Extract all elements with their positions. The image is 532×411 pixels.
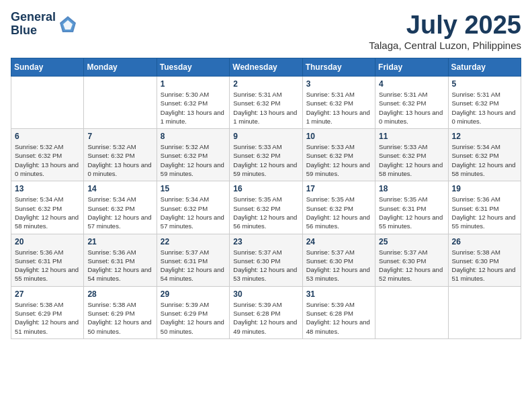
calendar-cell: 31Sunrise: 5:39 AM Sunset: 6:28 PM Dayli… [302,286,375,338]
calendar-cell [375,286,448,338]
day-info: Sunrise: 5:38 AM Sunset: 6:29 PM Dayligh… [15,300,80,336]
calendar-cell: 1Sunrise: 5:30 AM Sunset: 6:32 PM Daylig… [157,77,229,129]
day-number: 31 [306,289,371,299]
day-info: Sunrise: 5:33 AM Sunset: 6:32 PM Dayligh… [306,142,371,178]
day-info: Sunrise: 5:39 AM Sunset: 6:28 PM Dayligh… [233,300,298,336]
calendar-cell: 17Sunrise: 5:35 AM Sunset: 6:32 PM Dayli… [302,181,375,234]
calendar-cell: 27Sunrise: 5:38 AM Sunset: 6:29 PM Dayli… [11,286,84,338]
weekday-header-row: SundayMondayTuesdayWednesdayThursdayFrid… [11,58,521,77]
day-info: Sunrise: 5:37 AM Sunset: 6:30 PM Dayligh… [379,248,444,283]
calendar-cell [448,286,521,338]
calendar-cell: 7Sunrise: 5:32 AM Sunset: 6:32 PM Daylig… [84,129,157,181]
day-number: 6 [15,132,80,141]
calendar-cell: 25Sunrise: 5:37 AM Sunset: 6:30 PM Dayli… [375,234,448,286]
logo-icon [58,15,77,34]
calendar-cell: 29Sunrise: 5:39 AM Sunset: 6:29 PM Dayli… [157,286,229,338]
day-number: 24 [306,237,371,246]
day-number: 15 [161,184,226,193]
calendar-cell: 8Sunrise: 5:32 AM Sunset: 6:32 PM Daylig… [157,129,229,181]
weekday-header-tuesday: Tuesday [157,58,229,77]
calendar-cell: 26Sunrise: 5:38 AM Sunset: 6:30 PM Dayli… [448,234,521,286]
day-info: Sunrise: 5:36 AM Sunset: 6:31 PM Dayligh… [452,195,517,230]
day-info: Sunrise: 5:38 AM Sunset: 6:29 PM Dayligh… [87,300,152,336]
month-title: July 2025 [369,11,521,40]
logo: GeneralBlue [11,11,77,38]
day-number: 30 [233,289,298,299]
day-number: 27 [15,289,80,299]
calendar-cell: 30Sunrise: 5:39 AM Sunset: 6:28 PM Dayli… [230,286,302,338]
day-info: Sunrise: 5:31 AM Sunset: 6:32 PM Dayligh… [233,90,298,126]
calendar-cell: 3Sunrise: 5:31 AM Sunset: 6:32 PM Daylig… [302,77,375,129]
calendar-week-3: 13Sunrise: 5:34 AM Sunset: 6:32 PM Dayli… [11,181,521,234]
calendar-week-5: 27Sunrise: 5:38 AM Sunset: 6:29 PM Dayli… [11,286,521,338]
day-info: Sunrise: 5:33 AM Sunset: 6:32 PM Dayligh… [379,142,444,178]
calendar-cell: 21Sunrise: 5:36 AM Sunset: 6:31 PM Dayli… [84,234,157,286]
day-number: 8 [161,132,226,141]
day-info: Sunrise: 5:32 AM Sunset: 6:32 PM Dayligh… [161,142,226,178]
day-info: Sunrise: 5:37 AM Sunset: 6:30 PM Dayligh… [233,248,298,283]
calendar-cell: 4Sunrise: 5:31 AM Sunset: 6:32 PM Daylig… [375,77,448,129]
calendar-cell: 9Sunrise: 5:33 AM Sunset: 6:32 PM Daylig… [230,129,302,181]
day-info: Sunrise: 5:31 AM Sunset: 6:32 PM Dayligh… [379,90,444,126]
weekday-header-saturday: Saturday [448,58,521,77]
calendar-week-1: 1Sunrise: 5:30 AM Sunset: 6:32 PM Daylig… [11,77,521,129]
day-number: 13 [15,184,80,193]
location-title: Talaga, Central Luzon, Philippines [369,40,521,51]
day-info: Sunrise: 5:36 AM Sunset: 6:31 PM Dayligh… [87,248,152,283]
calendar-cell: 16Sunrise: 5:35 AM Sunset: 6:32 PM Dayli… [230,181,302,234]
weekday-header-wednesday: Wednesday [230,58,302,77]
day-info: Sunrise: 5:34 AM Sunset: 6:32 PM Dayligh… [161,195,226,230]
day-info: Sunrise: 5:38 AM Sunset: 6:30 PM Dayligh… [452,248,517,283]
day-info: Sunrise: 5:35 AM Sunset: 6:32 PM Dayligh… [233,195,298,230]
day-number: 20 [15,237,80,246]
day-number: 12 [452,132,517,141]
day-number: 19 [452,184,517,193]
calendar-cell: 2Sunrise: 5:31 AM Sunset: 6:32 PM Daylig… [230,77,302,129]
calendar-cell: 19Sunrise: 5:36 AM Sunset: 6:31 PM Dayli… [448,181,521,234]
calendar-table: SundayMondayTuesdayWednesdayThursdayFrid… [11,58,521,339]
day-info: Sunrise: 5:36 AM Sunset: 6:31 PM Dayligh… [15,248,80,283]
weekday-header-sunday: Sunday [11,58,84,77]
calendar-cell: 6Sunrise: 5:32 AM Sunset: 6:32 PM Daylig… [11,129,84,181]
calendar-cell: 12Sunrise: 5:34 AM Sunset: 6:32 PM Dayli… [448,129,521,181]
day-number: 14 [87,184,152,193]
day-number: 26 [452,237,517,246]
day-number: 7 [87,132,152,141]
day-number: 2 [233,79,298,89]
day-info: Sunrise: 5:39 AM Sunset: 6:28 PM Dayligh… [306,300,371,336]
day-number: 17 [306,184,371,193]
day-number: 4 [379,79,444,89]
day-info: Sunrise: 5:35 AM Sunset: 6:31 PM Dayligh… [379,195,444,230]
day-number: 23 [233,237,298,246]
day-number: 16 [233,184,298,193]
day-number: 18 [379,184,444,193]
calendar-cell: 20Sunrise: 5:36 AM Sunset: 6:31 PM Dayli… [11,234,84,286]
day-number: 22 [161,237,226,246]
day-info: Sunrise: 5:30 AM Sunset: 6:32 PM Dayligh… [161,90,226,126]
weekday-header-thursday: Thursday [302,58,375,77]
calendar-cell: 10Sunrise: 5:33 AM Sunset: 6:32 PM Dayli… [302,129,375,181]
calendar-cell: 22Sunrise: 5:37 AM Sunset: 6:31 PM Dayli… [157,234,229,286]
day-info: Sunrise: 5:31 AM Sunset: 6:32 PM Dayligh… [306,90,371,126]
day-info: Sunrise: 5:32 AM Sunset: 6:32 PM Dayligh… [15,142,80,178]
day-number: 10 [306,132,371,141]
day-number: 28 [87,289,152,299]
day-number: 3 [306,79,371,89]
day-info: Sunrise: 5:33 AM Sunset: 6:32 PM Dayligh… [233,142,298,178]
weekday-header-monday: Monday [84,58,157,77]
day-info: Sunrise: 5:37 AM Sunset: 6:30 PM Dayligh… [306,248,371,283]
calendar-week-4: 20Sunrise: 5:36 AM Sunset: 6:31 PM Dayli… [11,234,521,286]
calendar-cell: 23Sunrise: 5:37 AM Sunset: 6:30 PM Dayli… [230,234,302,286]
calendar-cell: 11Sunrise: 5:33 AM Sunset: 6:32 PM Dayli… [375,129,448,181]
logo-text: GeneralBlue [11,11,56,38]
calendar-week-2: 6Sunrise: 5:32 AM Sunset: 6:32 PM Daylig… [11,129,521,181]
day-number: 9 [233,132,298,141]
day-info: Sunrise: 5:39 AM Sunset: 6:29 PM Dayligh… [161,300,226,336]
day-number: 29 [161,289,226,299]
calendar-cell: 15Sunrise: 5:34 AM Sunset: 6:32 PM Dayli… [157,181,229,234]
title-block: July 2025 Talaga, Central Luzon, Philipp… [369,11,521,51]
day-info: Sunrise: 5:31 AM Sunset: 6:32 PM Dayligh… [452,90,517,126]
day-number: 5 [452,79,517,89]
day-number: 25 [379,237,444,246]
day-info: Sunrise: 5:34 AM Sunset: 6:32 PM Dayligh… [15,195,80,230]
